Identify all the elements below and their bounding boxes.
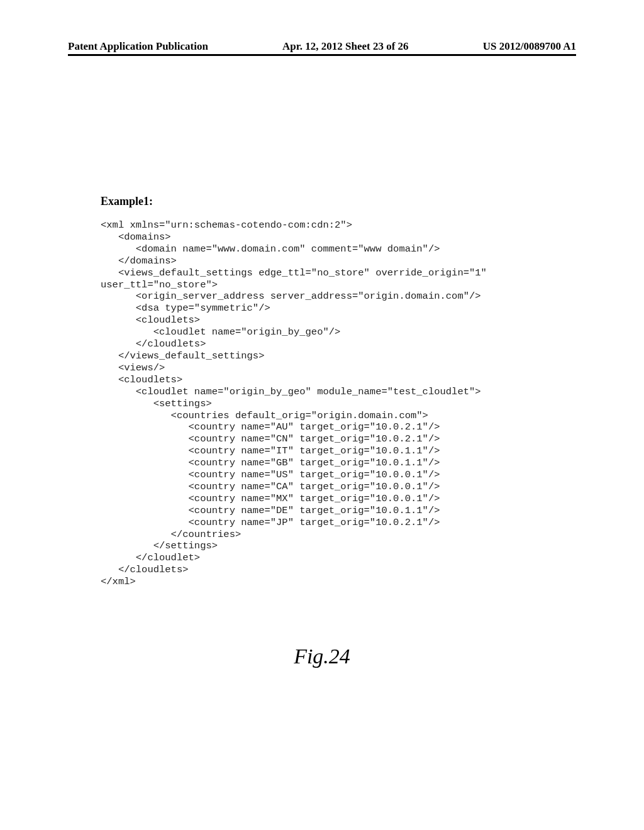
header-rule: [68, 54, 576, 56]
header-publication-number: US 2012/0089700 A1: [483, 40, 576, 53]
header-date-sheet: Apr. 12, 2012 Sheet 23 of 26: [282, 40, 409, 53]
content-area: Example1: <xml xmlns="urn:schemas-cotend…: [101, 195, 562, 588]
xml-code-block: <xml xmlns="urn:schemas-cotendo-com:cdn:…: [101, 219, 562, 588]
figure-label: Fig.24: [0, 645, 644, 668]
page-header: Patent Application Publication Apr. 12, …: [68, 40, 576, 53]
header-publication-type: Patent Application Publication: [68, 40, 208, 53]
example-heading: Example1:: [101, 195, 562, 208]
page: Patent Application Publication Apr. 12, …: [0, 0, 644, 830]
